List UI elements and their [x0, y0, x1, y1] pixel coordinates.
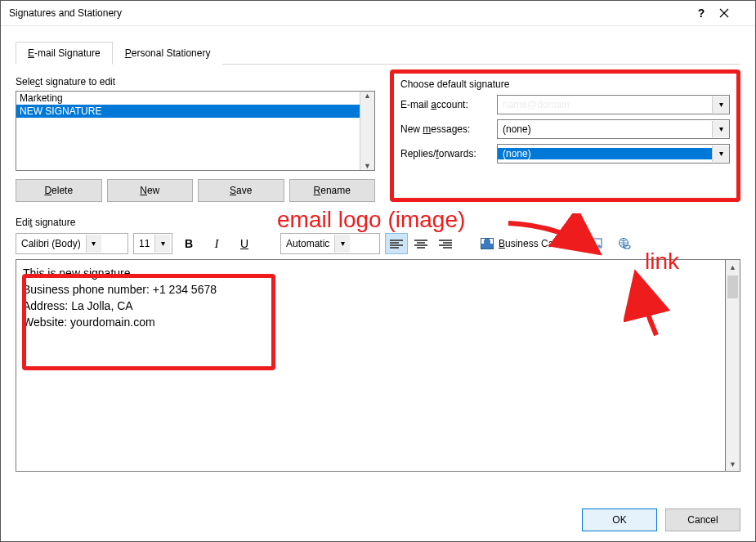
email-account-combo[interactable]: name@domain▾ [497, 95, 730, 114]
italic-button[interactable]: I [205, 233, 228, 254]
editor-line: Website: yourdomain.com [23, 314, 718, 330]
replies-forwards-label: Replies/forwards: [400, 148, 490, 159]
email-account-label: E-mail account: [400, 99, 490, 110]
cancel-button[interactable]: Cancel [665, 508, 740, 531]
rename-button[interactable]: Rename [289, 179, 376, 202]
globe-link-icon [617, 237, 632, 250]
picture-icon [589, 237, 604, 250]
save-button[interactable]: Save [198, 179, 284, 202]
ok-button[interactable]: OK [582, 508, 657, 531]
font-name-combo[interactable]: Calibri (Body)▾ [16, 233, 128, 254]
signature-editor[interactable]: This is new signature. Business phone nu… [16, 259, 726, 472]
new-messages-label: New messages: [400, 123, 490, 135]
tab-personal-stationery[interactable]: Personal Stationery [113, 42, 223, 65]
underline-button[interactable]: U [233, 233, 256, 254]
default-heading: Choose default signature [400, 78, 730, 90]
dialog-footer: OK Cancel [582, 508, 740, 531]
editor-line: Business phone number: +1 234 5678 [23, 281, 718, 298]
editor-line: Address: La Jolla, CA [23, 298, 718, 314]
titlebar: Signatures and Stationery ? [1, 1, 755, 26]
insert-hyperlink-button[interactable] [613, 233, 636, 254]
font-color-combo[interactable]: Automatic▾ [280, 233, 380, 254]
svg-point-1 [593, 241, 595, 244]
default-signature-panel: Choose default signature E-mail account:… [390, 69, 740, 202]
new-messages-combo[interactable]: (none)▾ [497, 119, 730, 139]
tab-strip: E-mail Signature Personal Stationery [16, 41, 740, 65]
list-item[interactable]: NEW SIGNATURE [16, 105, 360, 118]
signature-list[interactable]: Marketing NEW SIGNATURE ▲▼ [16, 91, 375, 171]
insert-picture-button[interactable] [585, 233, 608, 254]
align-center-button[interactable] [409, 233, 432, 254]
dialog-window: Signatures and Stationery ? E-mail Signa… [0, 0, 756, 542]
new-button[interactable]: New [107, 179, 194, 202]
align-right-button[interactable] [434, 233, 457, 254]
help-button[interactable]: ? [683, 1, 719, 25]
delete-button[interactable]: Delete [16, 179, 102, 202]
bold-button[interactable]: B [177, 233, 200, 254]
replies-forwards-combo[interactable]: (none)▾ [497, 144, 730, 163]
list-scrollbar[interactable]: ▲▼ [360, 92, 374, 170]
window-title: Signatures and Stationery [9, 7, 683, 19]
business-card-icon [481, 238, 494, 249]
editor-scrollbar[interactable]: ▲▼ [726, 259, 740, 472]
close-button[interactable] [719, 8, 755, 18]
font-size-combo[interactable]: 11▾ [133, 233, 172, 254]
tab-email-signature[interactable]: E-mail Signature [16, 42, 113, 65]
align-left-button[interactable] [385, 233, 408, 254]
list-item[interactable]: Marketing [16, 92, 360, 105]
editor-line: This is new signature. [23, 265, 718, 281]
business-card-button[interactable]: Business Card ▾ [473, 233, 580, 254]
edit-signature-label: Edit signature [16, 217, 740, 228]
editor-toolbar: Calibri (Body)▾ 11▾ B I U Automatic▾ Bus… [16, 233, 740, 254]
select-signature-label: Select signature to edit [16, 76, 375, 87]
